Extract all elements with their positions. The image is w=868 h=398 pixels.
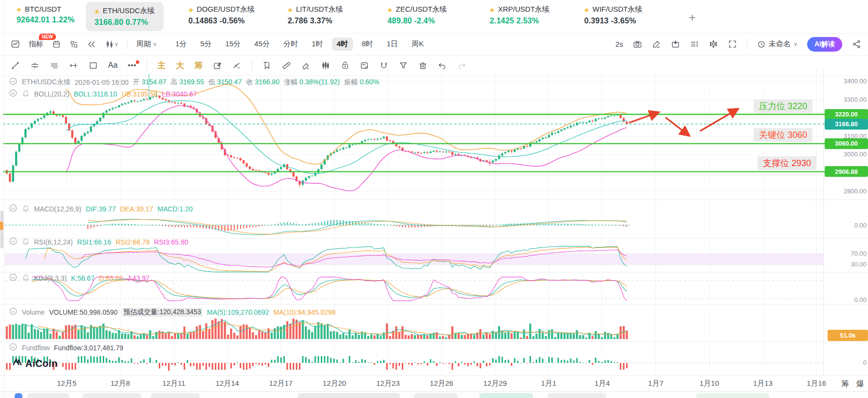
- indicator-name: BOLL(20,2): [34, 90, 69, 98]
- support-annotation[interactable]: 支撑位 2930: [757, 156, 816, 170]
- price-axis-tick: 3300.00: [828, 96, 867, 103]
- rsi-axis-top-label: 70.00: [828, 250, 867, 257]
- bottom-right-toggles: 筹 爆: [841, 379, 864, 389]
- time-axis-label: 12月26: [430, 379, 453, 388]
- collapse-chevron-icon[interactable]: [9, 342, 18, 353]
- collapse-chevron-icon[interactable]: [9, 237, 18, 247]
- time-axis-label: 1月16: [807, 379, 826, 388]
- chips-toggle[interactable]: 筹: [841, 379, 849, 389]
- pane-symbol: ETH/USDC永续: [22, 78, 71, 87]
- indicator-name: KDJ(9,3,3): [34, 274, 67, 282]
- bottom-bar-item[interactable]: [298, 393, 400, 398]
- macd-info-row: MACD(12,26,9) DIF:39.77 DEA:39.17 MACD:1…: [9, 204, 193, 214]
- bottom-bar: [0, 391, 868, 398]
- collapse-chevron-icon[interactable]: [9, 307, 18, 317]
- level-price-badge: 2906.88: [825, 166, 868, 177]
- bottom-bar-item[interactable]: [548, 393, 606, 398]
- resistance-annotation[interactable]: 压力位 3220: [754, 99, 813, 113]
- bottom-bar-item[interactable]: [414, 393, 458, 398]
- collapse-chevron-icon[interactable]: [9, 273, 18, 283]
- alert-bell-icon[interactable]: [22, 237, 30, 246]
- pane-datetime: 2026-01-05 16:00: [75, 78, 129, 86]
- boll-info-row: BOLL(20,2) BOLL:3118.10 UB:3195.58 LB:30…: [9, 89, 197, 99]
- alert-bell-icon[interactable]: [22, 89, 30, 98]
- time-axis-label: 1月1: [541, 379, 556, 388]
- bottom-bar-item[interactable]: [151, 393, 200, 398]
- fundflow-info-row: Fundflow Fundflow:3,017,481.79: [9, 342, 123, 353]
- main-pane-info-row: ETH/USDC永续 2026-01-05 16:00 开 3154.87 高 …: [9, 77, 379, 87]
- alert-bell-icon[interactable]: [22, 273, 30, 283]
- bottom-bar-item[interactable]: [480, 393, 533, 398]
- indicator-name: RSI(6,12,24): [34, 238, 73, 246]
- bottom-bar-item[interactable]: [15, 393, 22, 398]
- collapse-chevron-icon[interactable]: [9, 77, 18, 87]
- time-axis-label: 1月13: [753, 379, 773, 388]
- aicoin-logo: AiCoin: [12, 357, 57, 370]
- clipped-price-tag: [0, 222, 3, 230]
- macd-axis-label: 0.00: [828, 222, 867, 229]
- price-axis-tick: 3400.00: [828, 77, 867, 85]
- level-price-badge: 3220.00: [825, 109, 868, 120]
- current-price-badge: 3166.80: [825, 119, 868, 130]
- time-axis-label: 12月29: [483, 379, 507, 388]
- chart-canvas[interactable]: [0, 0, 868, 398]
- bottom-bar-item[interactable]: [27, 393, 69, 398]
- indicator-name: Fundflow: [22, 344, 50, 352]
- time-axis-label: 12月20: [323, 379, 346, 388]
- level-price-badge: 3060.00: [825, 138, 868, 149]
- price-axis-tick: 2800.00: [828, 188, 867, 195]
- indicator-name: Volume: [22, 308, 45, 316]
- kdj-axis-label: 0.00: [828, 296, 867, 303]
- time-axis-label: 12月23: [376, 379, 400, 388]
- time-axis-label: 1月4: [594, 379, 610, 388]
- collapse-chevron-icon[interactable]: [9, 204, 18, 214]
- key-level-annotation[interactable]: 关键位 3060: [754, 128, 813, 142]
- alert-bell-icon[interactable]: [22, 204, 30, 213]
- bottom-bar-item[interactable]: [83, 393, 141, 398]
- fundflow-axis-label: 0: [828, 359, 867, 366]
- left-panel-border: [4, 0, 4, 398]
- collapse-chevron-icon[interactable]: [9, 89, 18, 99]
- rsi-info-row: RSI(6,12,24) RSI1:66.16 RSI2:68.78 RSI3:…: [9, 237, 188, 247]
- time-axis-label: 12月8: [111, 379, 130, 388]
- aicoin-logo-icon: [12, 357, 22, 370]
- volume-info-row: Volume VOLUME:50,998.0590 预估成交量:120,428.…: [9, 307, 335, 317]
- rsi-axis-bottom-label: 30.00: [828, 261, 867, 268]
- time-axis-label: 1月10: [700, 379, 719, 388]
- time-axis-label: 12月14: [216, 379, 239, 388]
- kdj-info-row: KDJ(9,3,3) K:56.67 D:63.02 J:43.97: [9, 273, 149, 283]
- volume-axis-badge: 51.0k: [828, 330, 868, 341]
- time-axis-label: 12月11: [162, 379, 185, 388]
- burst-toggle[interactable]: 爆: [856, 379, 864, 389]
- indicator-name: MACD(12,26,9): [34, 205, 81, 213]
- bottom-bar-item[interactable]: [696, 393, 769, 398]
- time-axis-label: 12月17: [269, 379, 293, 388]
- time-axis-label: 12月5: [57, 379, 76, 388]
- price-axis-tick: 3000.00: [828, 151, 867, 158]
- time-axis-label: 1月7: [648, 379, 664, 388]
